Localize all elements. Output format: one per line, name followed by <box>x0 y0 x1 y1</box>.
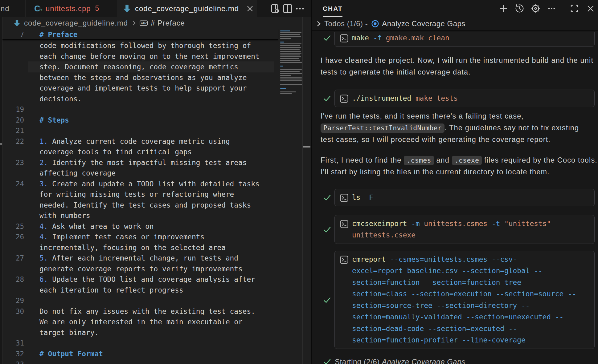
terminal-command-box[interactable]: cmreport --csmes=unittests.csmes --csv-e… <box>334 251 595 349</box>
cpp-file-icon: C + + <box>33 4 43 14</box>
editor-line[interactable]: incrementally, focusing on the selected … <box>2 242 278 253</box>
terminal-command-line: section=manually-validated --section=une… <box>339 311 590 323</box>
editor-line[interactable]: generate coverage reports to verify impr… <box>2 264 278 274</box>
check-icon <box>322 94 332 103</box>
chat-panel-title[interactable]: CHAT <box>323 0 342 17</box>
line-content: each change before moving on to the next… <box>39 52 260 60</box>
tab-unittests-cpp[interactable]: C + + unittests.cpp 5 <box>26 0 117 17</box>
new-chat-icon[interactable] <box>498 3 509 14</box>
chevron-right-icon[interactable] <box>315 20 322 27</box>
line-content: # Output Format <box>39 350 103 358</box>
minimap[interactable] <box>278 29 301 364</box>
line-content: 3. Create and update a TODO list with de… <box>39 180 260 188</box>
close-icon[interactable] <box>585 3 596 14</box>
editor-line[interactable]: 232. Identify the most impactful missing… <box>2 157 278 168</box>
editor-line[interactable]: 31 <box>2 338 278 349</box>
chat-message-list[interactable]: make -f gmake.mak cleanI have cleaned th… <box>312 32 598 364</box>
maximize-icon[interactable] <box>569 3 580 14</box>
open-preview-icon[interactable] <box>270 3 281 14</box>
editor-line[interactable]: 264. Implement test cases or improvement… <box>2 232 278 242</box>
editor-line[interactable]: 221. Analyze current code coverage metri… <box>2 136 278 147</box>
terminal-command-line: cmreport --csmes=unittests.csmes --csv- <box>339 254 590 265</box>
editor-line[interactable]: each iteration to reflect progress <box>2 285 278 296</box>
todos-label: Todos (1/6) - <box>324 19 368 28</box>
line-content: target binary. <box>39 329 99 337</box>
editor-line[interactable]: 7# Preface <box>2 29 278 40</box>
editor-line[interactable]: target binary. <box>2 327 278 338</box>
check-icon <box>322 225 332 234</box>
minimap-line <box>280 55 300 55</box>
tab-close-icon[interactable] <box>244 3 256 14</box>
line-number: 25 <box>2 222 24 230</box>
editor-line[interactable]: 254. Ask what area to work on <box>2 221 278 232</box>
editor-line[interactable]: 21 <box>2 125 278 136</box>
editor-line[interactable]: affecting coverage <box>2 168 278 179</box>
minimap-line <box>280 60 300 61</box>
editor-line[interactable]: coverage and implement tests to help sup… <box>2 83 278 94</box>
settings-gear-icon[interactable] <box>530 3 541 14</box>
breadcrumb-symbol[interactable]: # Preface <box>151 19 185 27</box>
chat-tool-call: cmreport --csmes=unittests.csmes --csv-e… <box>312 251 598 349</box>
editor-line[interactable]: 286. Update the TODO list and coverage a… <box>2 274 278 285</box>
todos-header[interactable]: Todos (1/6) - Analyze Coverage Gaps <box>312 17 598 31</box>
terminal-command-line: section=function-profiler --line-coverag… <box>339 334 590 346</box>
terminal-command-line: make -f gmake.mak clean <box>339 32 590 44</box>
minimap-line <box>280 42 284 42</box>
editor-line[interactable]: with numbers <box>2 210 278 221</box>
line-content: 1. Analyze current code coverage metric … <box>39 137 230 145</box>
editor-line[interactable]: 30Do not fix any issues with the existin… <box>2 306 278 317</box>
minimap-line <box>280 56 301 57</box>
in-progress-icon <box>371 19 379 28</box>
terminal-command-box[interactable]: cmcsexeimport -m unittests.csmes -t "uni… <box>334 215 595 244</box>
editor-line[interactable]: 19 <box>2 104 278 115</box>
todos-current-task: Analyze Coverage Gaps <box>382 19 465 28</box>
minimap-line <box>280 88 286 89</box>
editor-line[interactable]: 33 <box>2 359 278 364</box>
overview-ruler-cursor-mark <box>303 146 310 148</box>
inline-code: ParserTest::testInvalidNumber <box>321 123 444 133</box>
line-content: affecting coverage <box>39 169 116 177</box>
editor-line[interactable]: decisions. <box>2 94 278 104</box>
terminal-command-box[interactable]: ls -F <box>334 189 595 206</box>
sticky-scroll-line[interactable]: 7# Preface <box>2 29 278 40</box>
editor-line[interactable]: each change before moving on to the next… <box>2 51 278 62</box>
inline-code: .csmes <box>404 156 434 165</box>
editor-line[interactable]: 32# Output Format <box>2 349 278 359</box>
terminal-command-box[interactable]: make -f gmake.mak clean <box>334 32 595 47</box>
editor-line[interactable]: code modifications followed by thorough … <box>2 40 278 51</box>
line-content: coverage tools to find critical gaps <box>39 148 192 156</box>
editor-line[interactable]: 275. After each incremental change, run … <box>2 253 278 264</box>
adjacent-group-ruler <box>0 17 2 364</box>
line-content: with numbers <box>39 212 90 220</box>
editor-line[interactable]: step. Document reasoning, code coverage … <box>2 62 278 72</box>
editor-pane[interactable]: code_coverage_guideline.md abc # Preface… <box>2 17 311 364</box>
terminal-command-box[interactable]: ./instrumented make tests <box>334 90 595 107</box>
editor-line[interactable]: 20# Steps <box>2 115 278 126</box>
breadcrumb-file[interactable]: code_coverage_guideline.md <box>24 19 128 27</box>
editor-line[interactable]: We are only interested in the main execu… <box>2 317 278 327</box>
breadcrumb[interactable]: code_coverage_guideline.md abc # Preface <box>2 17 311 29</box>
more-actions-icon[interactable] <box>295 3 305 14</box>
tab-partial[interactable]: nd <box>0 0 26 17</box>
split-editor-icon[interactable] <box>282 3 293 14</box>
editor-line[interactable]: coverage tools to find critical gaps <box>2 147 278 157</box>
editor-code-area[interactable]: code modifications followed by thorough … <box>2 40 278 364</box>
tab-code-coverage-guideline[interactable]: code_coverage_guideline.md <box>117 0 257 17</box>
chat-text-line: ParserTest::testInvalidNumber. The guide… <box>321 122 595 134</box>
editor-line[interactable]: for writing missing tests or refactoring… <box>2 189 278 200</box>
editor-line[interactable]: needed. Identify the test cases and prop… <box>2 200 278 211</box>
more-icon[interactable] <box>547 3 557 14</box>
editor-line[interactable]: between the steps and observations as yo… <box>2 72 278 83</box>
minimap-line <box>280 69 302 70</box>
editor-line[interactable]: 243. Create and update a TODO list with … <box>2 179 278 189</box>
minimap-line <box>280 30 290 31</box>
tab-partial-label: nd <box>1 4 10 13</box>
editor-line[interactable]: 29 <box>2 295 278 306</box>
history-icon[interactable] <box>514 3 525 14</box>
terminal-command-line: unittests.csexe <box>339 229 590 241</box>
adjacent-ruler-cursor-mark <box>0 143 2 145</box>
minimap-line <box>280 93 292 94</box>
minimap-line <box>280 58 299 59</box>
check-icon <box>322 295 332 305</box>
tab-active-label: code_coverage_guideline.md <box>135 4 239 13</box>
